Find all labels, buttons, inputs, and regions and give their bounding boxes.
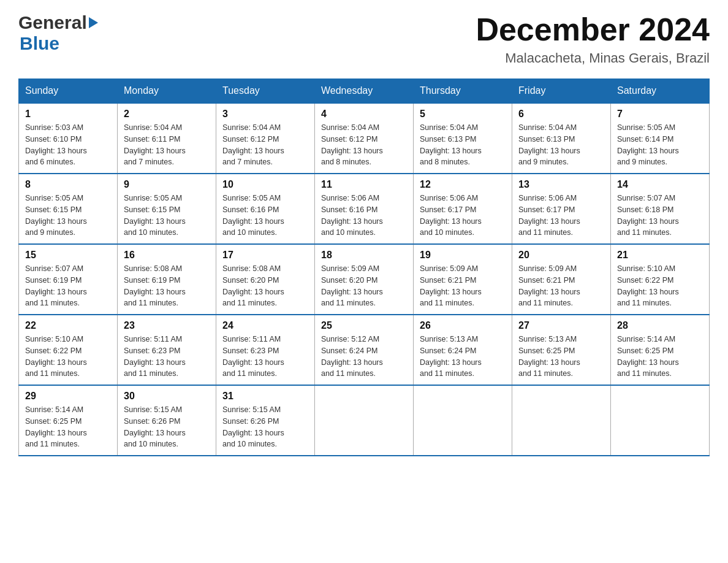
location-title: Malacacheta, Minas Gerais, Brazil [476, 50, 710, 66]
day-number: 23 [124, 320, 210, 331]
table-row: 30 Sunrise: 5:15 AM Sunset: 6:26 PM Dayl… [118, 385, 216, 456]
table-row: 4 Sunrise: 5:04 AM Sunset: 6:12 PM Dayli… [315, 103, 414, 174]
table-row: 20 Sunrise: 5:09 AM Sunset: 6:21 PM Dayl… [512, 244, 611, 315]
table-row: 10 Sunrise: 5:05 AM Sunset: 6:16 PM Dayl… [216, 174, 315, 244]
col-monday: Monday [118, 79, 216, 104]
table-row: 14 Sunrise: 5:07 AM Sunset: 6:18 PM Dayl… [611, 174, 710, 244]
day-number: 8 [25, 179, 111, 190]
table-row [315, 385, 414, 456]
day-number: 25 [321, 320, 407, 331]
day-number: 13 [518, 179, 604, 190]
day-number: 27 [518, 320, 604, 331]
day-info: Sunrise: 5:09 AM Sunset: 6:20 PM Dayligh… [321, 263, 407, 309]
day-number: 10 [222, 179, 308, 190]
table-row: 15 Sunrise: 5:07 AM Sunset: 6:19 PM Dayl… [19, 244, 118, 315]
logo-general-text: General [18, 12, 87, 33]
day-info: Sunrise: 5:05 AM Sunset: 6:16 PM Dayligh… [222, 193, 308, 239]
day-info: Sunrise: 5:06 AM Sunset: 6:16 PM Dayligh… [321, 193, 407, 239]
day-info: Sunrise: 5:10 AM Sunset: 6:22 PM Dayligh… [617, 263, 703, 309]
day-number: 18 [321, 250, 407, 261]
calendar-week-row: 1 Sunrise: 5:03 AM Sunset: 6:10 PM Dayli… [19, 103, 710, 174]
col-sunday: Sunday [19, 79, 118, 104]
day-info: Sunrise: 5:08 AM Sunset: 6:19 PM Dayligh… [124, 263, 210, 309]
day-number: 19 [420, 250, 506, 261]
day-info: Sunrise: 5:13 AM Sunset: 6:25 PM Dayligh… [518, 334, 604, 380]
day-info: Sunrise: 5:15 AM Sunset: 6:26 PM Dayligh… [222, 404, 308, 450]
table-row: 11 Sunrise: 5:06 AM Sunset: 6:16 PM Dayl… [315, 174, 414, 244]
calendar-table: Sunday Monday Tuesday Wednesday Thursday… [18, 79, 710, 456]
col-tuesday: Tuesday [216, 79, 315, 104]
day-info: Sunrise: 5:14 AM Sunset: 6:25 PM Dayligh… [617, 334, 703, 380]
day-number: 15 [25, 250, 111, 261]
table-row: 16 Sunrise: 5:08 AM Sunset: 6:19 PM Dayl… [118, 244, 216, 315]
day-info: Sunrise: 5:07 AM Sunset: 6:19 PM Dayligh… [25, 263, 111, 309]
day-info: Sunrise: 5:11 AM Sunset: 6:23 PM Dayligh… [222, 334, 308, 380]
table-row: 5 Sunrise: 5:04 AM Sunset: 6:13 PM Dayli… [414, 103, 512, 174]
col-saturday: Saturday [611, 79, 710, 104]
day-number: 21 [617, 250, 703, 261]
day-info: Sunrise: 5:12 AM Sunset: 6:24 PM Dayligh… [321, 334, 407, 380]
table-row: 18 Sunrise: 5:09 AM Sunset: 6:20 PM Dayl… [315, 244, 414, 315]
table-row [414, 385, 512, 456]
col-friday: Friday [512, 79, 611, 104]
title-area: December 2024 Malacacheta, Minas Gerais,… [476, 12, 710, 66]
table-row: 25 Sunrise: 5:12 AM Sunset: 6:24 PM Dayl… [315, 315, 414, 385]
day-info: Sunrise: 5:04 AM Sunset: 6:11 PM Dayligh… [124, 122, 210, 168]
day-number: 20 [518, 250, 604, 261]
day-number: 28 [617, 320, 703, 331]
day-number: 16 [124, 250, 210, 261]
table-row: 24 Sunrise: 5:11 AM Sunset: 6:23 PM Dayl… [216, 315, 315, 385]
day-info: Sunrise: 5:04 AM Sunset: 6:12 PM Dayligh… [321, 122, 407, 168]
day-info: Sunrise: 5:06 AM Sunset: 6:17 PM Dayligh… [518, 193, 604, 239]
day-info: Sunrise: 5:07 AM Sunset: 6:18 PM Dayligh… [617, 193, 703, 239]
day-info: Sunrise: 5:14 AM Sunset: 6:25 PM Dayligh… [25, 404, 111, 450]
day-info: Sunrise: 5:04 AM Sunset: 6:12 PM Dayligh… [222, 122, 308, 168]
calendar-week-row: 8 Sunrise: 5:05 AM Sunset: 6:15 PM Dayli… [19, 174, 710, 244]
col-wednesday: Wednesday [315, 79, 414, 104]
day-number: 2 [124, 109, 210, 120]
table-row: 29 Sunrise: 5:14 AM Sunset: 6:25 PM Dayl… [19, 385, 118, 456]
table-row: 28 Sunrise: 5:14 AM Sunset: 6:25 PM Dayl… [611, 315, 710, 385]
calendar-week-row: 15 Sunrise: 5:07 AM Sunset: 6:19 PM Dayl… [19, 244, 710, 315]
day-number: 12 [420, 179, 506, 190]
day-number: 6 [518, 109, 604, 120]
table-row: 26 Sunrise: 5:13 AM Sunset: 6:24 PM Dayl… [414, 315, 512, 385]
day-info: Sunrise: 5:05 AM Sunset: 6:15 PM Dayligh… [25, 193, 111, 239]
table-row: 17 Sunrise: 5:08 AM Sunset: 6:20 PM Dayl… [216, 244, 315, 315]
table-row: 31 Sunrise: 5:15 AM Sunset: 6:26 PM Dayl… [216, 385, 315, 456]
table-row: 3 Sunrise: 5:04 AM Sunset: 6:12 PM Dayli… [216, 103, 315, 174]
day-info: Sunrise: 5:03 AM Sunset: 6:10 PM Dayligh… [25, 122, 111, 168]
table-row: 22 Sunrise: 5:10 AM Sunset: 6:22 PM Dayl… [19, 315, 118, 385]
day-number: 26 [420, 320, 506, 331]
day-number: 31 [222, 391, 308, 402]
day-info: Sunrise: 5:09 AM Sunset: 6:21 PM Dayligh… [518, 263, 604, 309]
day-info: Sunrise: 5:05 AM Sunset: 6:14 PM Dayligh… [617, 122, 703, 168]
day-number: 9 [124, 179, 210, 190]
table-row: 27 Sunrise: 5:13 AM Sunset: 6:25 PM Dayl… [512, 315, 611, 385]
calendar-week-row: 22 Sunrise: 5:10 AM Sunset: 6:22 PM Dayl… [19, 315, 710, 385]
table-row: 8 Sunrise: 5:05 AM Sunset: 6:15 PM Dayli… [19, 174, 118, 244]
day-number: 29 [25, 391, 111, 402]
day-info: Sunrise: 5:04 AM Sunset: 6:13 PM Dayligh… [420, 122, 506, 168]
table-row: 23 Sunrise: 5:11 AM Sunset: 6:23 PM Dayl… [118, 315, 216, 385]
day-number: 4 [321, 109, 407, 120]
day-number: 3 [222, 109, 308, 120]
day-number: 11 [321, 179, 407, 190]
day-number: 5 [420, 109, 506, 120]
month-title: December 2024 [476, 12, 710, 47]
table-row: 19 Sunrise: 5:09 AM Sunset: 6:21 PM Dayl… [414, 244, 512, 315]
day-number: 30 [124, 391, 210, 402]
day-info: Sunrise: 5:04 AM Sunset: 6:13 PM Dayligh… [518, 122, 604, 168]
day-number: 1 [25, 109, 111, 120]
table-row: 21 Sunrise: 5:10 AM Sunset: 6:22 PM Dayl… [611, 244, 710, 315]
logo-chevron-icon [89, 17, 98, 28]
table-row: 1 Sunrise: 5:03 AM Sunset: 6:10 PM Dayli… [19, 103, 118, 174]
table-row: 13 Sunrise: 5:06 AM Sunset: 6:17 PM Dayl… [512, 174, 611, 244]
day-info: Sunrise: 5:13 AM Sunset: 6:24 PM Dayligh… [420, 334, 506, 380]
logo: General Blue [18, 12, 98, 54]
table-row: 9 Sunrise: 5:05 AM Sunset: 6:15 PM Dayli… [118, 174, 216, 244]
table-row: 7 Sunrise: 5:05 AM Sunset: 6:14 PM Dayli… [611, 103, 710, 174]
day-number: 24 [222, 320, 308, 331]
page-header: General Blue December 2024 Malacacheta, … [18, 12, 710, 66]
day-number: 17 [222, 250, 308, 261]
